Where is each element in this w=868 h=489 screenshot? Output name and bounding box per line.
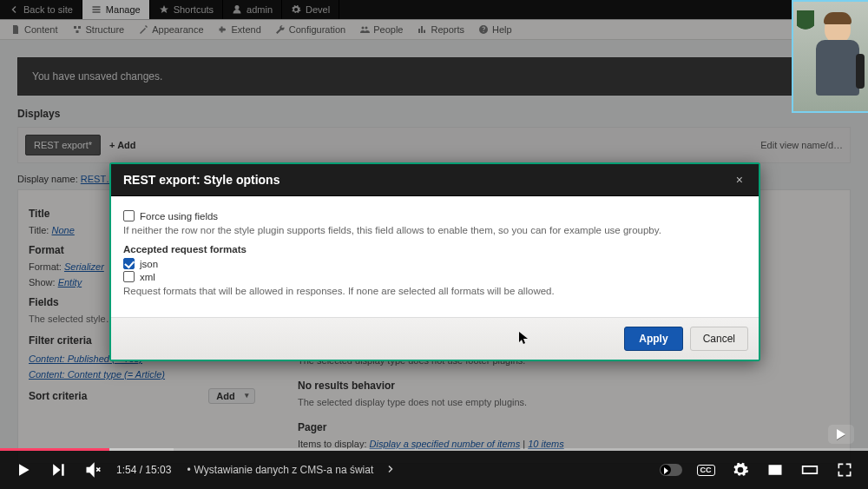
video-progress-bar[interactable]: [0, 448, 868, 451]
modal-title: REST export: Style options: [123, 173, 279, 187]
video-control-bar: 1:54 / 15:03 •Wystawianie danych z CMS-a…: [0, 451, 868, 489]
accepted-formats-heading: Accepted request formats: [123, 244, 746, 254]
mute-button[interactable]: [82, 459, 104, 481]
next-icon: [49, 461, 67, 479]
xml-label: xml: [140, 272, 155, 282]
presenter-figure: [814, 14, 861, 109]
plant-decoration: [797, 10, 814, 45]
chapter-chevron[interactable]: [385, 464, 396, 477]
cancel-button[interactable]: Cancel: [690, 327, 748, 351]
modal-body: Force using fields If neither the row no…: [111, 196, 759, 317]
force-fields-help: If neither the row nor the style plugin …: [123, 225, 746, 235]
mouse-cursor-icon: [519, 332, 528, 344]
settings-button[interactable]: [729, 459, 752, 481]
next-button[interactable]: [47, 459, 69, 481]
miniplayer-button[interactable]: [764, 459, 786, 481]
microphone-icon: [856, 54, 865, 89]
style-options-modal: REST export: Style options × Force using…: [109, 162, 760, 361]
youtube-watermark-icon[interactable]: [828, 425, 854, 444]
fullscreen-button[interactable]: [833, 459, 856, 481]
presenter-webcam: [792, 0, 868, 113]
play-icon: [15, 461, 32, 479]
video-chapter-title[interactable]: Wystawianie danych z CMS-a na świat: [194, 464, 374, 476]
xml-checkbox[interactable]: [123, 271, 135, 282]
autoplay-toggle[interactable]: [660, 459, 682, 481]
theater-icon: [801, 461, 819, 479]
theater-button[interactable]: [799, 459, 821, 481]
apply-button[interactable]: Apply: [624, 327, 682, 351]
miniplayer-icon: [766, 461, 784, 479]
volume-muted-icon: [84, 461, 102, 479]
modal-close-button[interactable]: ×: [733, 173, 746, 187]
modal-footer: Apply Cancel: [111, 317, 759, 360]
captions-button[interactable]: CC: [694, 459, 717, 481]
video-time: 1:54 / 15:03: [116, 464, 171, 476]
json-label: json: [140, 259, 158, 269]
modal-header: REST export: Style options ×: [111, 164, 759, 196]
force-fields-checkbox[interactable]: [123, 210, 135, 221]
force-fields-label: Force using fields: [140, 211, 218, 221]
fullscreen-icon: [836, 461, 853, 479]
video-buffered: [0, 448, 174, 451]
json-checkbox[interactable]: [123, 258, 135, 269]
chevron-right-icon: [385, 464, 396, 474]
accepted-formats-help: Request formats that will be allowed in …: [123, 286, 746, 296]
gear-icon: [732, 461, 749, 479]
toggle-track: [660, 464, 682, 476]
play-button[interactable]: [12, 459, 35, 481]
cc-badge: CC: [697, 465, 715, 476]
